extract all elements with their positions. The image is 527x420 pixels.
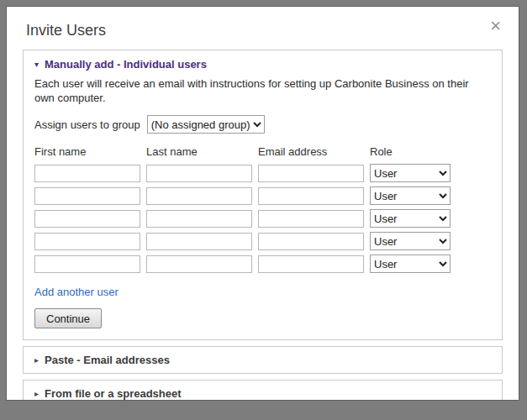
column-header-first-name: First name <box>34 145 140 160</box>
first-name-input[interactable] <box>34 165 140 182</box>
last-name-input[interactable] <box>146 187 252 205</box>
section-paste-email[interactable]: ▸ Paste - Email addresses <box>23 346 503 374</box>
assign-group-row: Assign users to group (No assigned group… <box>34 115 491 134</box>
section-manual-add: ▾ Manually add - Individual users Each u… <box>23 50 503 340</box>
email-input[interactable] <box>258 187 364 205</box>
email-input[interactable] <box>258 255 364 273</box>
invite-users-dialog: Invite Users × ▾ Manually add - Individu… <box>6 6 519 401</box>
email-input[interactable] <box>258 165 364 182</box>
first-name-input[interactable] <box>34 187 140 205</box>
role-select[interactable]: User <box>370 255 451 273</box>
first-name-input[interactable] <box>34 255 140 273</box>
column-header-role: Role <box>370 145 451 160</box>
last-name-input[interactable] <box>146 233 252 250</box>
dialog-header: Invite Users × <box>23 18 503 39</box>
close-icon[interactable]: × <box>490 18 501 34</box>
add-another-user-link[interactable]: Add another user <box>34 286 119 298</box>
last-name-input[interactable] <box>146 255 252 273</box>
assign-group-select[interactable]: (No assigned group) <box>147 115 265 134</box>
section-paste-label: Paste - Email addresses <box>45 354 170 366</box>
dialog-title: Invite Users <box>26 22 106 39</box>
last-name-input[interactable] <box>146 210 252 228</box>
role-select[interactable]: User <box>370 186 451 205</box>
column-header-last-name: Last name <box>146 145 252 160</box>
first-name-input[interactable] <box>34 210 140 228</box>
column-header-email: Email address <box>258 145 364 160</box>
section-manual-header[interactable]: ▾ Manually add - Individual users <box>34 58 491 71</box>
role-select[interactable]: User <box>370 209 451 228</box>
section-file-header: ▸ From file or a spreadsheet <box>34 387 491 400</box>
continue-button[interactable]: Continue <box>34 308 102 328</box>
section-paste-header: ▸ Paste - Email addresses <box>34 354 491 366</box>
chevron-down-icon: ▾ <box>34 60 39 70</box>
section-manual-label: Manually add - Individual users <box>45 58 207 71</box>
assign-group-label: Assign users to group <box>34 118 140 131</box>
role-select[interactable]: User <box>370 164 451 182</box>
chevron-right-icon: ▸ <box>34 355 39 365</box>
role-select[interactable]: User <box>370 232 451 250</box>
email-input[interactable] <box>258 210 364 228</box>
user-entry-grid: First name Last name Email address Role … <box>34 145 491 273</box>
email-input[interactable] <box>258 233 364 250</box>
section-file-label: From file or a spreadsheet <box>45 387 182 400</box>
chevron-right-icon: ▸ <box>34 389 39 399</box>
section-description: Each user will receive an email with ins… <box>34 76 488 105</box>
first-name-input[interactable] <box>34 233 140 250</box>
section-from-file[interactable]: ▸ From file or a spreadsheet <box>23 380 503 401</box>
last-name-input[interactable] <box>146 165 252 182</box>
